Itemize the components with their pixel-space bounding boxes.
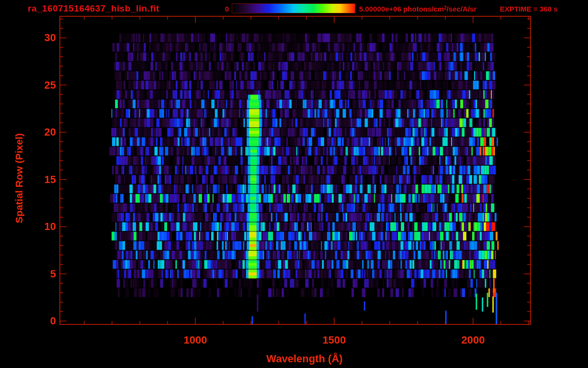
x-tick-label-2000: 2000 bbox=[444, 334, 502, 346]
y-tick-label-25: 25 bbox=[27, 79, 56, 92]
x-tick-label-1000: 1000 bbox=[167, 334, 224, 346]
y-axis-title: Spatial Row (Pixel) bbox=[13, 82, 27, 274]
y-tick-label-15: 15 bbox=[27, 173, 56, 186]
y-tick-label-10: 10 bbox=[27, 220, 56, 233]
y-tick-label-0: 0 bbox=[27, 315, 56, 327]
y-tick-label-30: 30 bbox=[27, 32, 56, 44]
spectrogram-viewer-window: ra_160715164637_hisb_lin.fit 0 5.00000e+… bbox=[0, 0, 588, 368]
x-tick-label-1500: 1500 bbox=[305, 334, 363, 346]
colorbar-min-label: 0 bbox=[206, 5, 229, 13]
colorbar-max-label: 5.00000e+06 photons/cm2/sec/A/sr bbox=[359, 5, 476, 13]
y-tick-label-5: 5 bbox=[27, 268, 56, 280]
exptime-label: EXPTIME = 360 s bbox=[500, 5, 557, 13]
y-tick-label-20: 20 bbox=[27, 126, 56, 138]
x-axis-title: Wavelength (Å) bbox=[218, 353, 391, 365]
colorbar-gradient bbox=[232, 3, 355, 13]
colorbar-max-suffix: /sec/A/sr bbox=[447, 5, 477, 13]
colorbar-max-prefix: 5.00000e+06 photons/cm bbox=[359, 5, 444, 13]
spectral-image-plot bbox=[0, 0, 588, 368]
file-title: ra_160715164637_hisb_lin.fit bbox=[28, 3, 159, 14]
